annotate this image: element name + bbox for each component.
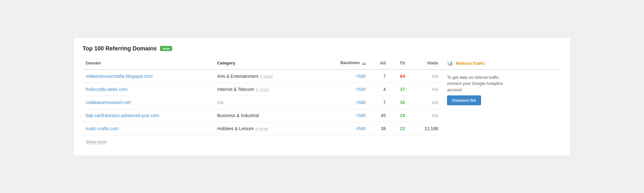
visits-cell: n/a: [408, 70, 441, 83]
as-cell: 7: [369, 70, 389, 83]
category-more-link[interactable]: 4 more: [255, 126, 268, 131]
table-header-row: Domain Category Backlinks ⚍ AS TS Visits…: [83, 58, 561, 70]
category-na: n/a: [217, 100, 223, 105]
domain-link[interactable]: midwestmusicmafia.blogspot.com: [86, 74, 152, 79]
category-cell: Internet & Telecom4 more: [214, 83, 317, 96]
col-header-backlinks[interactable]: Backlinks ⚍: [317, 58, 369, 70]
backlinks-cell: >500: [317, 122, 369, 135]
card-title: Top 100 Referring Domains: [83, 45, 157, 52]
domain-link[interactable]: froliccrafts.webs.com: [86, 87, 128, 92]
backlinks-cell: >500: [317, 96, 369, 109]
col-header-referral: 📊 Referral Traffic: [441, 58, 561, 70]
show-more-button[interactable]: Show more: [86, 139, 107, 144]
domain-cell: coldwarairmuseum.net: [83, 96, 214, 109]
col-header-visits: Visits: [408, 58, 441, 70]
bar-chart-icon: 📊: [447, 60, 453, 66]
show-more-cell: Show more: [83, 135, 441, 148]
visits-cell: n/a: [408, 83, 441, 96]
col-header-ts: TS: [389, 58, 408, 70]
as-cell: 7: [369, 96, 389, 109]
domain-cell: froliccrafts.webs.com: [83, 83, 214, 96]
domain-cell: rustic-crafts.com: [83, 122, 214, 135]
col-header-domain: Domain: [83, 58, 214, 70]
category-cell: Arts & Entertainment4 more: [214, 70, 317, 83]
backlinks-cell: >500: [317, 83, 369, 96]
domain-cell: midwestmusicmafia.blogspot.com: [83, 70, 214, 83]
referral-info: To get data on referral traffic, connect…: [447, 74, 558, 106]
as-cell: 4: [369, 83, 389, 96]
referring-domains-table: Domain Category Backlinks ⚍ AS TS Visits…: [83, 58, 561, 148]
visits-cell: n/a: [408, 109, 441, 122]
connect-ga-button[interactable]: Connect GA: [447, 95, 481, 105]
ts-cell: 37: [389, 83, 408, 96]
domain-link[interactable]: rustic-crafts.com: [86, 126, 119, 131]
category-cell: Hobbies & Leisure4 more: [214, 122, 317, 135]
as-cell: 45: [369, 109, 389, 122]
domain-link[interactable]: coldwarairmuseum.net: [86, 100, 131, 105]
col-header-as: AS: [369, 58, 389, 70]
visits-cell: 12,188: [408, 122, 441, 135]
table-row: midwestmusicmafia.blogspot.comArts & Ent…: [83, 70, 561, 83]
category-cell: Business & Industrial: [214, 109, 317, 122]
card-header: Top 100 Referring Domains new: [83, 45, 561, 52]
category-more-link[interactable]: 4 more: [260, 74, 273, 79]
category-cell: n/a: [214, 96, 317, 109]
backlinks-cell: >500: [317, 70, 369, 83]
top-referring-domains-card: Top 100 Referring Domains new Domain Cat…: [73, 37, 571, 156]
visits-cell: n/a: [408, 96, 441, 109]
ts-cell: 30: [389, 96, 408, 109]
domain-cell: bap-sanfrancisco.advanced-pub.com: [83, 109, 214, 122]
category-more-link[interactable]: 4 more: [256, 87, 269, 92]
col-header-category: Category: [214, 58, 317, 70]
domain-link[interactable]: bap-sanfrancisco.advanced-pub.com: [86, 113, 159, 118]
backlinks-cell: >500: [317, 109, 369, 122]
referral-description: To get data on referral traffic, connect…: [447, 74, 511, 93]
ts-cell: 64: [389, 70, 408, 83]
referral-traffic-cell: To get data on referral traffic, connect…: [441, 70, 561, 148]
ts-cell: 22: [389, 122, 408, 135]
as-cell: 38: [369, 122, 389, 135]
ts-cell: 28: [389, 109, 408, 122]
new-badge: new: [160, 46, 172, 51]
filter-icon: ⚍: [362, 61, 366, 66]
